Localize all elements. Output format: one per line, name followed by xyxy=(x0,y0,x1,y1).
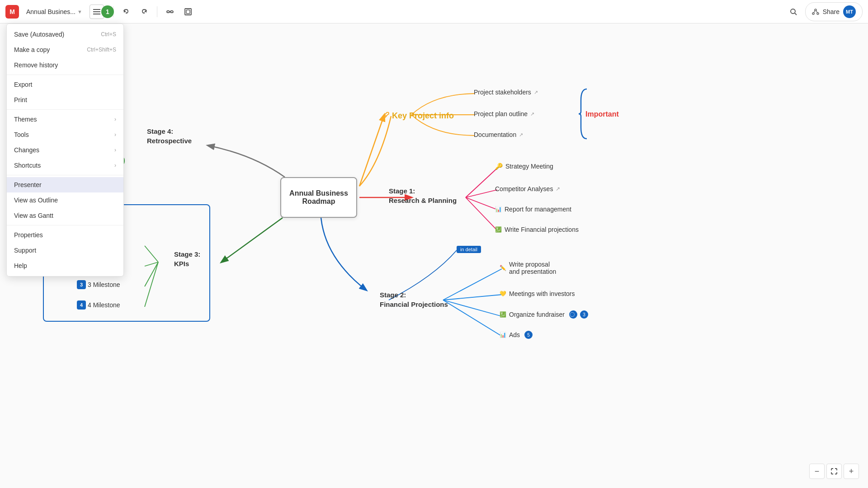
svg-rect-6 xyxy=(170,11,173,13)
svg-line-17 xyxy=(466,168,497,197)
key-project-node: 🖊 Key Project info xyxy=(382,111,454,121)
dropdown-menu: Save (Autosaved) Ctrl+S Make a copy Ctrl… xyxy=(6,23,124,277)
svg-line-18 xyxy=(466,190,497,197)
svg-line-24 xyxy=(443,300,502,336)
svg-point-10 xyxy=(791,9,795,14)
redo-button[interactable] xyxy=(137,5,151,19)
stage2-item4: 📊 Ads 5 xyxy=(500,331,533,339)
chevron-right-icon-4: › xyxy=(114,162,116,169)
search-button[interactable] xyxy=(785,4,802,20)
svg-rect-8 xyxy=(185,9,191,15)
redo-icon xyxy=(140,8,148,16)
svg-rect-9 xyxy=(186,10,190,14)
key-item2: Project plan outline ↗ xyxy=(474,110,534,117)
step-badge-1: 1 xyxy=(101,5,114,18)
stage4-node: Stage 4: Retrospective xyxy=(147,127,192,145)
menu-item-tools[interactable]: Tools › xyxy=(7,127,123,142)
zoom-out-button[interactable]: − xyxy=(809,464,825,479)
svg-point-12 xyxy=(815,9,816,11)
frame-button[interactable] xyxy=(181,5,195,19)
menu-item-view-gantt[interactable]: View as Gantt xyxy=(7,208,123,223)
menu-item-support[interactable]: Support xyxy=(7,243,123,258)
toolbar-right: Share MT xyxy=(785,2,863,21)
chevron-down-icon: ▼ xyxy=(77,9,82,14)
undo-button[interactable] xyxy=(119,5,133,19)
svg-rect-1 xyxy=(93,11,100,12)
key-item3: Documentation ↗ xyxy=(474,131,523,138)
menu-item-view-outline[interactable]: View as Outline xyxy=(7,192,123,208)
stage2-item2: 💛 Meetings with investors xyxy=(500,290,575,297)
fit-screen-icon xyxy=(830,468,838,475)
menu-item-properties[interactable]: Properties xyxy=(7,227,123,243)
svg-rect-0 xyxy=(93,9,100,10)
menu-divider-1 xyxy=(7,75,123,75)
important-label: Important xyxy=(585,110,619,118)
share-icon xyxy=(812,8,819,15)
stage1-item1: 🔑 Strategy Meeting xyxy=(495,163,553,170)
menu-item-export[interactable]: Export xyxy=(7,77,123,92)
menu-item-print[interactable]: Print xyxy=(7,92,123,108)
menu-divider-2 xyxy=(7,109,123,110)
stage2-node: Stage 2: Financial Projections xyxy=(380,290,448,309)
stage1-node: Stage 1: Research & Planning xyxy=(389,186,457,205)
brace-icon xyxy=(579,87,588,141)
avatar: MT xyxy=(843,5,856,18)
chevron-right-icon-2: › xyxy=(114,131,116,138)
link-button[interactable] xyxy=(163,5,177,19)
svg-line-22 xyxy=(443,295,502,300)
svg-line-16 xyxy=(816,10,817,13)
link-icon xyxy=(166,8,174,16)
menu-item-changes[interactable]: Changes › xyxy=(7,142,123,158)
zoom-fit-button[interactable] xyxy=(826,464,842,479)
svg-line-11 xyxy=(795,13,797,15)
svg-line-15 xyxy=(814,10,815,13)
hamburger-icon xyxy=(93,8,100,15)
document-title[interactable]: Annual Busines... ▼ xyxy=(23,6,86,17)
svg-line-19 xyxy=(466,197,497,210)
zoom-in-button[interactable]: + xyxy=(844,464,859,479)
stage1-item2: Competitor Analyses ↗ xyxy=(495,185,560,192)
stage2-item1: ✏️ Write proposaland presentation xyxy=(500,261,556,275)
frame-icon xyxy=(184,8,192,16)
app-logo: M xyxy=(5,5,19,19)
share-label: Share xyxy=(823,8,840,15)
in-detail-badge: in detail xyxy=(457,246,481,253)
menu-item-save[interactable]: Save (Autosaved) Ctrl+S xyxy=(7,27,123,42)
menu-item-copy[interactable]: Make a copy Ctrl+Shift+S xyxy=(7,42,123,57)
menu-item-themes[interactable]: Themes › xyxy=(7,112,123,127)
search-icon xyxy=(789,8,797,16)
svg-line-21 xyxy=(443,269,502,300)
menu-item-remove-history[interactable]: Remove history xyxy=(7,57,123,73)
svg-line-23 xyxy=(443,300,502,316)
stage1-item4: 💹 Write Financial projections xyxy=(495,226,579,233)
undo-icon xyxy=(122,8,130,16)
menu-divider-3 xyxy=(7,175,123,175)
menu-item-presenter[interactable]: Presenter xyxy=(7,177,123,192)
chevron-right-icon-3: › xyxy=(114,147,116,153)
svg-rect-5 xyxy=(167,11,170,13)
zoom-controls: − + xyxy=(809,464,859,479)
stage2-item3: 💹 Organize fundraiser ⃝ 3 xyxy=(500,310,588,319)
stage1-item3: 📊 Report for management xyxy=(495,206,571,213)
key-item1: Project stakeholders ↗ xyxy=(474,89,538,96)
svg-rect-2 xyxy=(93,14,100,14)
menu-item-help[interactable]: Help xyxy=(7,258,123,273)
chevron-right-icon: › xyxy=(114,116,116,122)
canvas[interactable]: 2 Annual Business Roadmap Stage 1: Resea… xyxy=(0,23,868,488)
share-button[interactable]: Share MT xyxy=(805,2,863,21)
toolbar: M Annual Busines... ▼ 1 xyxy=(0,0,868,23)
menu-item-shortcuts[interactable]: Shortcuts › xyxy=(7,158,123,173)
central-node: Annual Business Roadmap xyxy=(280,177,357,218)
divider-2 xyxy=(157,6,157,17)
svg-line-20 xyxy=(466,197,497,230)
menu-divider-4 xyxy=(7,225,123,225)
